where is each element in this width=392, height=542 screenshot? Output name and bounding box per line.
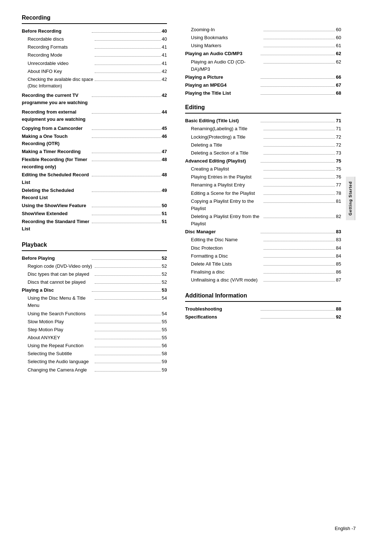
toc-audio-language: Selecting the Audio language 59 <box>22 358 167 365</box>
toc-page: 71 <box>336 117 341 124</box>
toc-label: Selecting the Subtitle <box>28 350 94 357</box>
toc-locking-title: Locking(Protecting) a Title 72 <box>185 134 341 141</box>
toc-page: 47 <box>162 148 167 155</box>
toc-label: Making a One Touch Recording (OTR) <box>22 133 91 147</box>
toc-page: 59 <box>162 366 167 374</box>
toc-label: Discs that cannot be played <box>28 279 94 286</box>
toc-timer-recording: Making a Timer Recording 47 <box>22 148 167 155</box>
toc-dots <box>95 363 161 363</box>
toc-recording-current-tv: Recording the current TV programme you a… <box>22 92 167 106</box>
toc-playing-title-list: Playing the Title List 68 <box>185 90 341 97</box>
toc-page: 83 <box>336 236 341 243</box>
toc-copying-playlist-entry: Copying a Playlist Entry to the Playlist… <box>185 198 341 212</box>
toc-dots <box>95 347 161 347</box>
toc-deleting-section-title: Deleting a Section of a Title 73 <box>185 149 341 157</box>
toc-dots <box>95 299 161 300</box>
toc-page: 42 <box>162 68 167 75</box>
toc-markers: Using Markers 61 <box>185 42 341 49</box>
toc-dots <box>95 275 161 276</box>
toc-label: Unfinalising a disc (V/VR mode) <box>191 276 262 284</box>
toc-recording-external: Recording from external equipment you ar… <box>22 108 167 123</box>
toc-playing-mpeg4: Playing an MPEG4 67 <box>185 82 341 89</box>
toc-creating-playlist: Creating a Playlist 75 <box>185 165 341 173</box>
toc-dots <box>264 202 335 203</box>
toc-dots <box>95 65 161 65</box>
toc-page: 54 <box>162 295 167 302</box>
toc-dots <box>95 355 161 355</box>
toc-label: Renaming(Labeling) a Title <box>191 125 262 132</box>
toc-label: Deleting a Section of a Title <box>191 149 262 157</box>
toc-disc-protection: Disc Protection 84 <box>185 245 341 252</box>
toc-label: Playing the Title List <box>185 90 260 97</box>
toc-disc-types: Disc types that can be played 52 <box>22 271 167 278</box>
toc-label: Renaming a Playlist Entry <box>191 181 262 189</box>
toc-label: Playing Entries in the Playlist <box>191 173 262 181</box>
toc-dots <box>95 48 161 49</box>
toc-label: Using Bookmarks <box>191 34 262 41</box>
toc-label: Playing an Audio CD/MP3 <box>185 50 260 57</box>
toc-dots <box>95 267 161 268</box>
toc-page: 83 <box>336 228 341 235</box>
toc-page: 42 <box>162 76 167 83</box>
toc-page: 41 <box>162 44 167 51</box>
playback-continued-section: Zooming-In 60 Using Bookmarks 60 Using M… <box>185 26 341 97</box>
toc-dots <box>95 81 161 81</box>
toc-dots <box>264 186 335 186</box>
playback-divider <box>22 250 167 251</box>
toc-disc-manager: Disc Manager 83 <box>185 228 341 235</box>
toc-label: Deleting the Scheduled Record List <box>22 187 91 201</box>
toc-dots <box>92 223 161 223</box>
toc-label: Playing a Disc <box>22 287 91 294</box>
toc-label: Unrecordable video <box>28 60 94 67</box>
toc-dots <box>261 310 335 311</box>
toc-before-recording: Before Recording 40 <box>22 28 167 35</box>
toc-label: Editing the Disc Name <box>191 236 262 243</box>
toc-page: 92 <box>336 313 341 321</box>
playback-section: Playback Before Playing 52 Region code (… <box>22 242 167 374</box>
toc-showview-extended: ShowView Extended 51 <box>22 210 167 217</box>
toc-page: 53 <box>162 287 167 294</box>
toc-page: 72 <box>336 141 341 149</box>
toc-dots <box>92 153 161 153</box>
toc-page: 44 <box>162 108 167 116</box>
toc-dots <box>264 138 335 139</box>
recording-section: Recording Before Recording 40 Recordable… <box>22 15 167 233</box>
toc-label: Recording Mode <box>28 52 94 59</box>
toc-page: 41 <box>162 52 167 59</box>
toc-recording-mode: Recording Mode 41 <box>22 52 167 59</box>
toc-label: Locking(Protecting) a Title <box>191 134 262 141</box>
playback-title: Playback <box>22 242 167 248</box>
toc-page: 62 <box>336 50 341 57</box>
toc-page: 45 <box>162 125 167 132</box>
toc-playing-picture: Playing a Picture 66 <box>185 74 341 81</box>
toc-playing-disc: Playing a Disc 53 <box>22 287 167 294</box>
toc-page: 77 <box>336 181 341 189</box>
toc-label: Advanced Editing (Playlist) <box>185 157 260 165</box>
toc-dots <box>92 137 161 138</box>
toc-dots <box>95 339 161 339</box>
toc-dots <box>95 56 161 57</box>
page-layout: Recording Before Recording 40 Recordable… <box>22 15 370 382</box>
toc-before-playing: Before Playing 52 <box>22 255 167 262</box>
toc-recordable-discs: Recordable discs 40 <box>22 36 167 43</box>
additional-info-section: Additional Information Troubleshooting 8… <box>185 292 341 321</box>
toc-dots <box>95 371 161 371</box>
toc-label: Editing a Scene for the Playlist <box>191 190 262 197</box>
toc-dots <box>261 94 335 95</box>
toc-dots <box>92 215 161 215</box>
toc-dots <box>261 55 335 55</box>
toc-dots <box>264 281 335 282</box>
toc-label: Before Recording <box>22 28 91 35</box>
toc-label: Deleting a Playlist Entry from the Playl… <box>191 213 262 227</box>
toc-dots <box>92 130 161 130</box>
toc-page: 52 <box>162 271 167 278</box>
toc-label: Slow Motion Play <box>28 318 94 325</box>
toc-label: Creating a Playlist <box>191 165 262 173</box>
toc-dots <box>92 161 161 161</box>
editing-title: Editing <box>185 104 341 111</box>
toc-page: 66 <box>336 74 341 81</box>
toc-about-info-key: About INFO Key 42 <box>22 68 167 75</box>
toc-deleting-title: Deleting a Title 72 <box>185 141 341 149</box>
toc-label: Making a Timer Recording <box>22 148 91 155</box>
toc-label: Flexible Recording (for Timer recording … <box>22 156 91 171</box>
